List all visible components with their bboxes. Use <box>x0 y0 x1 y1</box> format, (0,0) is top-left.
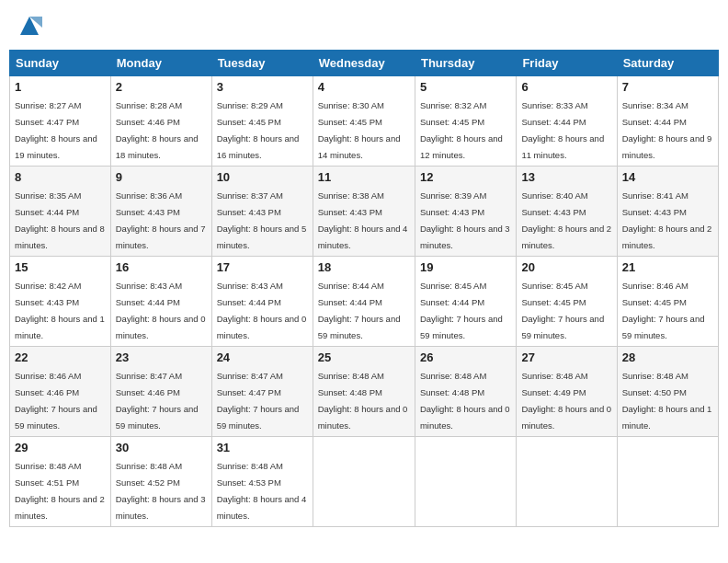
day-number: 19 <box>420 260 511 274</box>
logo <box>15 13 42 39</box>
calendar-day-header: Thursday <box>415 51 516 76</box>
calendar-cell: 14 Sunrise: 8:41 AMSunset: 4:43 PMDaylig… <box>617 167 718 257</box>
day-number: 18 <box>318 260 410 274</box>
calendar-cell: 2 Sunrise: 8:28 AMSunset: 4:46 PMDayligh… <box>110 76 211 167</box>
day-number: 15 <box>15 260 106 274</box>
day-number: 6 <box>521 80 611 94</box>
day-detail: Sunrise: 8:45 AMSunset: 4:44 PMDaylight:… <box>420 281 503 340</box>
day-detail: Sunrise: 8:48 AMSunset: 4:49 PMDaylight:… <box>521 371 611 431</box>
calendar-cell: 4 Sunrise: 8:30 AMSunset: 4:45 PMDayligh… <box>313 76 415 167</box>
calendar-cell: 6 Sunrise: 8:33 AMSunset: 4:44 PMDayligh… <box>517 76 617 167</box>
calendar-week-row: 8 Sunrise: 8:35 AMSunset: 4:44 PMDayligh… <box>10 167 719 257</box>
calendar-cell: 13 Sunrise: 8:40 AMSunset: 4:43 PMDaylig… <box>517 167 617 257</box>
calendar-day-header: Tuesday <box>211 51 313 76</box>
calendar-cell: 16 Sunrise: 8:43 AMSunset: 4:44 PMDaylig… <box>110 257 211 347</box>
day-detail: Sunrise: 8:46 AMSunset: 4:45 PMDaylight:… <box>622 281 705 340</box>
calendar-cell: 27 Sunrise: 8:48 AMSunset: 4:49 PMDaylig… <box>517 347 617 437</box>
calendar-cell: 20 Sunrise: 8:45 AMSunset: 4:45 PMDaylig… <box>517 257 617 347</box>
day-detail: Sunrise: 8:33 AMSunset: 4:44 PMDaylight:… <box>521 100 604 160</box>
day-number: 22 <box>15 350 106 364</box>
calendar-day-header: Monday <box>110 51 211 76</box>
day-number: 12 <box>420 170 511 184</box>
calendar-cell: 30 Sunrise: 8:48 AMSunset: 4:52 PMDaylig… <box>110 437 211 527</box>
calendar-cell: 10 Sunrise: 8:37 AMSunset: 4:43 PMDaylig… <box>211 167 313 257</box>
day-number: 13 <box>521 170 611 184</box>
day-number: 25 <box>318 350 410 364</box>
day-number: 31 <box>217 441 308 454</box>
day-detail: Sunrise: 8:40 AMSunset: 4:43 PMDaylight:… <box>521 190 611 250</box>
calendar-header-row: SundayMondayTuesdayWednesdayThursdayFrid… <box>10 51 719 76</box>
day-detail: Sunrise: 8:48 AMSunset: 4:53 PMDaylight:… <box>217 461 307 521</box>
day-detail: Sunrise: 8:35 AMSunset: 4:44 PMDaylight:… <box>15 190 105 250</box>
calendar-cell: 21 Sunrise: 8:46 AMSunset: 4:45 PMDaylig… <box>617 257 718 347</box>
day-number: 8 <box>15 170 106 184</box>
calendar-cell <box>617 437 718 527</box>
day-detail: Sunrise: 8:34 AMSunset: 4:44 PMDaylight:… <box>622 100 712 160</box>
calendar-day-header: Sunday <box>10 51 111 76</box>
calendar-cell: 1 Sunrise: 8:27 AMSunset: 4:47 PMDayligh… <box>10 76 111 167</box>
calendar-cell: 23 Sunrise: 8:47 AMSunset: 4:46 PMDaylig… <box>110 347 211 437</box>
calendar-table: SundayMondayTuesdayWednesdayThursdayFrid… <box>9 50 719 527</box>
day-number: 9 <box>116 170 207 184</box>
day-number: 11 <box>318 170 410 184</box>
calendar-cell: 3 Sunrise: 8:29 AMSunset: 4:45 PMDayligh… <box>211 76 313 167</box>
page-header <box>9 9 719 42</box>
day-detail: Sunrise: 8:48 AMSunset: 4:50 PMDaylight:… <box>622 371 712 431</box>
calendar-week-row: 22 Sunrise: 8:46 AMSunset: 4:46 PMDaylig… <box>10 347 719 437</box>
day-detail: Sunrise: 8:47 AMSunset: 4:47 PMDaylight:… <box>217 371 300 431</box>
calendar-cell: 9 Sunrise: 8:36 AMSunset: 4:43 PMDayligh… <box>110 167 211 257</box>
day-number: 2 <box>116 80 207 94</box>
calendar-day-header: Friday <box>517 51 617 76</box>
calendar-cell <box>415 437 516 527</box>
calendar-cell: 12 Sunrise: 8:39 AMSunset: 4:43 PMDaylig… <box>415 167 516 257</box>
calendar-week-row: 29 Sunrise: 8:48 AMSunset: 4:51 PMDaylig… <box>10 437 719 527</box>
day-number: 3 <box>217 80 308 94</box>
day-detail: Sunrise: 8:30 AMSunset: 4:45 PMDaylight:… <box>318 100 401 160</box>
day-number: 5 <box>420 80 511 94</box>
day-number: 28 <box>622 350 713 364</box>
day-detail: Sunrise: 8:48 AMSunset: 4:48 PMDaylight:… <box>420 371 510 431</box>
calendar-cell: 31 Sunrise: 8:48 AMSunset: 4:53 PMDaylig… <box>211 437 313 527</box>
calendar-cell: 15 Sunrise: 8:42 AMSunset: 4:43 PMDaylig… <box>10 257 111 347</box>
day-number: 23 <box>116 350 207 364</box>
day-detail: Sunrise: 8:27 AMSunset: 4:47 PMDaylight:… <box>15 100 97 160</box>
day-detail: Sunrise: 8:48 AMSunset: 4:51 PMDaylight:… <box>15 461 105 521</box>
day-detail: Sunrise: 8:36 AMSunset: 4:43 PMDaylight:… <box>116 190 206 250</box>
day-number: 29 <box>15 441 106 454</box>
day-detail: Sunrise: 8:32 AMSunset: 4:45 PMDaylight:… <box>420 100 503 160</box>
day-detail: Sunrise: 8:29 AMSunset: 4:45 PMDaylight:… <box>217 100 300 160</box>
calendar-cell: 7 Sunrise: 8:34 AMSunset: 4:44 PMDayligh… <box>617 76 718 167</box>
day-number: 24 <box>217 350 308 364</box>
calendar-cell: 26 Sunrise: 8:48 AMSunset: 4:48 PMDaylig… <box>415 347 516 437</box>
day-number: 20 <box>521 260 611 274</box>
day-number: 17 <box>217 260 308 274</box>
day-detail: Sunrise: 8:47 AMSunset: 4:46 PMDaylight:… <box>116 371 199 431</box>
calendar-cell: 29 Sunrise: 8:48 AMSunset: 4:51 PMDaylig… <box>10 437 111 527</box>
calendar-week-row: 1 Sunrise: 8:27 AMSunset: 4:47 PMDayligh… <box>10 76 719 167</box>
day-number: 21 <box>622 260 713 274</box>
day-detail: Sunrise: 8:46 AMSunset: 4:46 PMDaylight:… <box>15 371 97 431</box>
day-number: 14 <box>622 170 713 184</box>
day-detail: Sunrise: 8:45 AMSunset: 4:45 PMDaylight:… <box>521 281 604 340</box>
calendar-week-row: 15 Sunrise: 8:42 AMSunset: 4:43 PMDaylig… <box>10 257 719 347</box>
day-detail: Sunrise: 8:48 AMSunset: 4:52 PMDaylight:… <box>116 461 206 521</box>
day-detail: Sunrise: 8:42 AMSunset: 4:43 PMDaylight:… <box>15 281 105 340</box>
calendar-cell: 18 Sunrise: 8:44 AMSunset: 4:44 PMDaylig… <box>313 257 415 347</box>
day-detail: Sunrise: 8:43 AMSunset: 4:44 PMDaylight:… <box>217 281 307 340</box>
calendar-cell <box>313 437 415 527</box>
calendar-cell: 28 Sunrise: 8:48 AMSunset: 4:50 PMDaylig… <box>617 347 718 437</box>
day-number: 1 <box>15 80 106 94</box>
day-detail: Sunrise: 8:39 AMSunset: 4:43 PMDaylight:… <box>420 190 510 250</box>
day-detail: Sunrise: 8:41 AMSunset: 4:43 PMDaylight:… <box>622 190 712 250</box>
calendar-cell: 11 Sunrise: 8:38 AMSunset: 4:43 PMDaylig… <box>313 167 415 257</box>
calendar-cell: 25 Sunrise: 8:48 AMSunset: 4:48 PMDaylig… <box>313 347 415 437</box>
calendar-cell: 22 Sunrise: 8:46 AMSunset: 4:46 PMDaylig… <box>10 347 111 437</box>
calendar-cell: 5 Sunrise: 8:32 AMSunset: 4:45 PMDayligh… <box>415 76 516 167</box>
day-number: 10 <box>217 170 308 184</box>
day-number: 26 <box>420 350 511 364</box>
day-detail: Sunrise: 8:48 AMSunset: 4:48 PMDaylight:… <box>318 371 408 431</box>
calendar-cell: 17 Sunrise: 8:43 AMSunset: 4:44 PMDaylig… <box>211 257 313 347</box>
calendar-cell: 24 Sunrise: 8:47 AMSunset: 4:47 PMDaylig… <box>211 347 313 437</box>
day-detail: Sunrise: 8:38 AMSunset: 4:43 PMDaylight:… <box>318 190 408 250</box>
day-number: 27 <box>521 350 611 364</box>
